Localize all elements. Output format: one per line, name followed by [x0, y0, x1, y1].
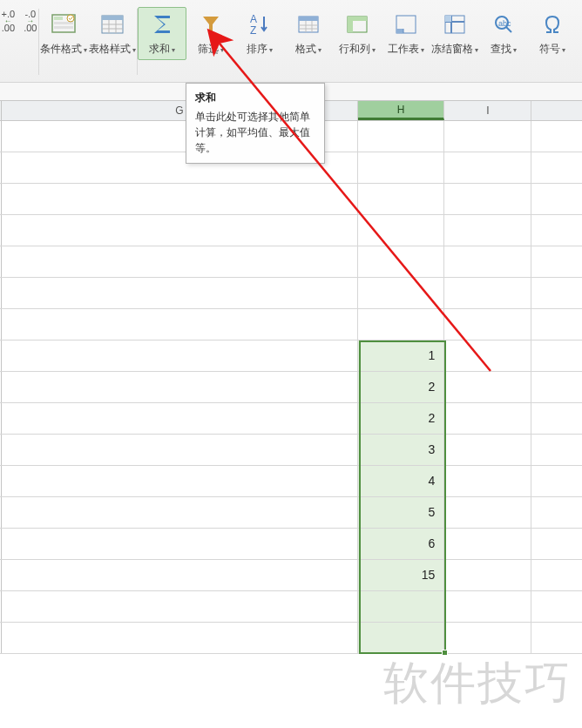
cell-i[interactable] — [444, 497, 531, 528]
cell-rest[interactable] — [531, 184, 582, 214]
cell-g[interactable] — [2, 215, 358, 246]
grid-area[interactable]: 122345615 — [0, 121, 582, 654]
cell-g[interactable] — [2, 340, 358, 371]
cell-rest[interactable] — [531, 309, 582, 340]
cell-rest[interactable] — [531, 152, 582, 183]
cell-i[interactable] — [444, 529, 531, 559]
cell-i[interactable] — [444, 152, 531, 183]
cell-rest[interactable] — [531, 591, 582, 622]
cell-rest[interactable] — [531, 246, 582, 277]
cell-i[interactable] — [444, 623, 531, 653]
cell-rest[interactable] — [531, 403, 582, 434]
svg-rect-6 — [102, 16, 123, 20]
format-icon — [294, 10, 322, 38]
cell-i[interactable] — [444, 591, 531, 622]
cell-h[interactable]: 4 — [358, 466, 445, 496]
cell-i[interactable] — [444, 184, 531, 214]
cell-i[interactable] — [444, 403, 531, 434]
cell-h[interactable] — [358, 278, 445, 308]
sort-icon: AZ — [246, 10, 274, 38]
conditional-format-icon — [50, 10, 78, 38]
cell-rest[interactable] — [531, 623, 582, 653]
spreadsheet: G H I 122345615 — [0, 100, 582, 654]
cell-g[interactable] — [2, 560, 358, 590]
row-col-button[interactable]: 行和列▾ — [333, 7, 382, 60]
cell-h[interactable] — [358, 152, 445, 183]
freeze-icon — [441, 10, 469, 38]
table-style-button[interactable]: 表格样式▾ — [88, 7, 137, 60]
cell-i[interactable] — [444, 435, 531, 465]
cell-rest[interactable] — [531, 435, 582, 465]
cell-h[interactable]: 15 — [358, 560, 445, 590]
cell-h[interactable]: 3 — [358, 435, 445, 465]
cell-h[interactable] — [358, 215, 445, 246]
svg-point-4 — [67, 15, 74, 22]
decrease-decimal-button[interactable]: +.0 ← .00 — [2, 10, 16, 32]
cell-rest[interactable] — [531, 466, 582, 496]
cell-h[interactable]: 1 — [358, 340, 445, 371]
sort-button[interactable]: AZ 排序▾ — [235, 7, 284, 60]
cell-h[interactable] — [358, 184, 445, 214]
cell-rest[interactable] — [531, 340, 582, 371]
cell-i[interactable] — [444, 466, 531, 496]
cell-h[interactable]: 6 — [358, 529, 445, 559]
svg-rect-14 — [299, 17, 318, 21]
watermark: 软件技巧 — [383, 653, 572, 714]
table-row — [0, 246, 582, 278]
cell-h[interactable] — [358, 591, 445, 622]
worksheet-button[interactable]: 工作表▾ — [382, 7, 430, 60]
find-icon: abc — [490, 10, 518, 38]
cell-i[interactable] — [444, 309, 531, 340]
cell-h[interactable]: 2 — [358, 372, 445, 402]
cell-g[interactable] — [2, 529, 358, 559]
cell-rest[interactable] — [531, 215, 582, 246]
cell-g[interactable] — [2, 591, 358, 622]
conditional-format-button[interactable]: 条件格式▾ — [39, 7, 88, 60]
cell-rest[interactable] — [531, 529, 582, 559]
cell-g[interactable] — [2, 403, 358, 434]
cell-g[interactable] — [2, 466, 358, 496]
svg-text:A: A — [250, 13, 257, 25]
col-header-h[interactable]: H — [358, 101, 445, 120]
worksheet-icon — [392, 10, 420, 38]
cell-h[interactable] — [358, 623, 445, 653]
cell-h[interactable] — [358, 246, 445, 277]
increase-decimal-button[interactable]: -.0 → .00 — [24, 10, 37, 32]
cell-h[interactable] — [358, 309, 445, 340]
cell-rest[interactable] — [531, 497, 582, 528]
cell-g[interactable] — [2, 372, 358, 402]
cell-i[interactable] — [444, 278, 531, 308]
cell-g[interactable] — [2, 278, 358, 308]
table-row: 5 — [0, 497, 582, 529]
format-button[interactable]: 格式▾ — [284, 7, 333, 60]
sum-button[interactable]: 求和▾ — [138, 7, 186, 60]
col-header-i[interactable]: I — [444, 101, 531, 120]
cell-g[interactable] — [2, 309, 358, 340]
cell-rest[interactable] — [531, 278, 582, 308]
svg-text:Z: Z — [250, 24, 256, 37]
cell-rest[interactable] — [531, 560, 582, 590]
filter-button[interactable]: 筛选▾ — [186, 7, 235, 60]
cell-i[interactable] — [444, 121, 531, 152]
cell-i[interactable] — [444, 246, 531, 277]
cell-h[interactable] — [358, 121, 445, 152]
find-button[interactable]: abc 查找▾ — [479, 7, 528, 60]
ribbon-toolbar: +.0 ← .00 -.0 → .00 条件格式▾ 表格样式▾ 求和▾ — [0, 0, 582, 83]
cell-i[interactable] — [444, 560, 531, 590]
sum-tooltip: 求和 单击此处可选择其他简单计算，如平均值、最大值等。 — [186, 83, 325, 164]
cell-g[interactable] — [2, 497, 358, 528]
cell-rest[interactable] — [531, 121, 582, 152]
freeze-panes-button[interactable]: 冻结窗格▾ — [430, 7, 479, 60]
table-row: 4 — [0, 466, 582, 497]
cell-i[interactable] — [444, 340, 531, 371]
cell-rest[interactable] — [531, 372, 582, 402]
cell-g[interactable] — [2, 435, 358, 465]
cell-i[interactable] — [444, 215, 531, 246]
cell-g[interactable] — [2, 623, 358, 653]
cell-h[interactable]: 5 — [358, 497, 445, 528]
symbol-button[interactable]: 符号▾ — [528, 7, 577, 60]
cell-g[interactable] — [2, 184, 358, 214]
cell-h[interactable]: 2 — [358, 403, 445, 434]
cell-i[interactable] — [444, 372, 531, 402]
cell-g[interactable] — [2, 246, 358, 277]
